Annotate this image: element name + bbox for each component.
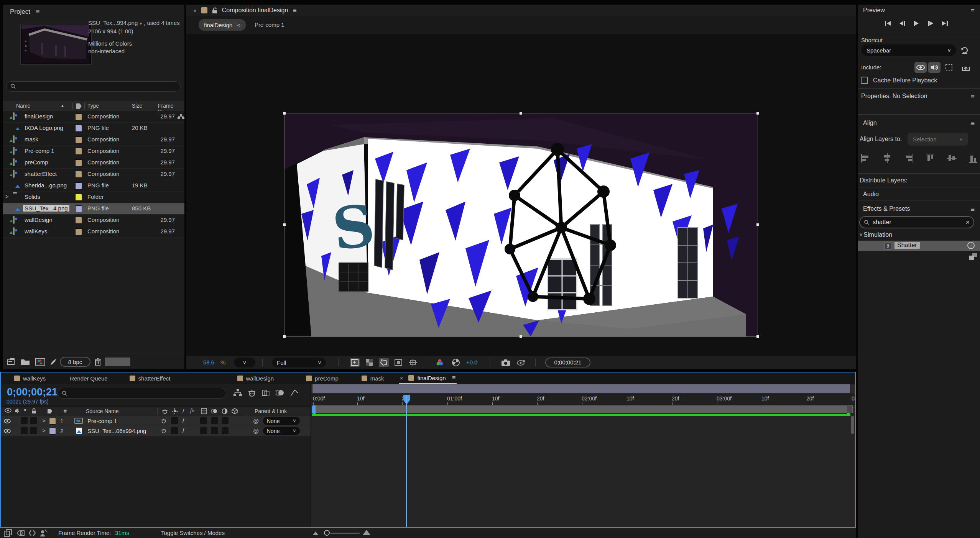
blend-toggle-icon[interactable] <box>17 529 25 537</box>
column-source-name[interactable]: Source Name <box>86 408 119 414</box>
interpret-footage-icon[interactable] <box>7 358 17 366</box>
close-tab-icon[interactable]: × <box>400 375 403 381</box>
effect-result-row[interactable]: 8 Shatter i <box>858 241 980 251</box>
label-color-swatch[interactable] <box>75 171 82 178</box>
viewer-tab-title[interactable]: Composition finalDesign <box>222 7 288 14</box>
label-color-swatch[interactable] <box>75 228 82 235</box>
layer-row[interactable]: > 2 SSU_Tex...06x994.png / <box>1 426 311 436</box>
project-item-row[interactable]: > preComp Composition 29.97 <box>3 157 184 169</box>
parent-link-dropdown[interactable]: None ˅ <box>263 427 300 435</box>
motion-blur-column-icon[interactable] <box>211 408 218 414</box>
toggle-switches-modes-button[interactable]: Toggle Switches / Modes <box>161 530 225 536</box>
work-area-bar[interactable] <box>312 405 850 413</box>
work-area-start-handle[interactable] <box>312 405 316 414</box>
timeline-tab[interactable]: × Render Queue ≡ <box>69 372 108 384</box>
label-color-swatch[interactable] <box>75 182 82 189</box>
timeline-tab[interactable]: × shatterEffect ≡ <box>129 372 171 384</box>
bit-depth-button[interactable]: 8 bpc <box>60 357 90 367</box>
include-video-eye-icon[interactable] <box>914 62 927 73</box>
project-item-row[interactable]: > Sherida...go.png PNG file 19 KB <box>3 180 184 192</box>
adjustment-cell[interactable] <box>222 427 229 434</box>
fast-preview-icon[interactable] <box>350 358 360 367</box>
lock-column-icon[interactable] <box>31 408 36 414</box>
timeline-tab[interactable]: × mask ≡ <box>361 372 385 384</box>
3d-layer-column-icon[interactable] <box>232 408 238 414</box>
zoom-out-icon[interactable] <box>313 531 318 535</box>
comp-marker-bin[interactable] <box>847 405 853 413</box>
layer-visibility-eye-icon[interactable] <box>4 419 11 423</box>
playhead-line[interactable] <box>406 395 407 527</box>
info-icon[interactable]: i <box>967 242 975 249</box>
video-eye-column-icon[interactable] <box>5 408 12 413</box>
collapse-transformations-icon[interactable] <box>172 408 178 414</box>
preview-menu-icon[interactable]: ≡ <box>970 7 975 15</box>
solo-column-icon[interactable]: ● <box>24 407 26 412</box>
stage-handle[interactable] <box>520 335 522 338</box>
viewer-menu-icon[interactable]: ≡ <box>293 7 296 15</box>
quality-toggle[interactable]: / <box>183 427 184 434</box>
viewer-timecode[interactable]: 0;00;00;21 <box>545 358 590 367</box>
composition-stack-icon[interactable] <box>4 529 12 537</box>
include-overlays-icon[interactable] <box>943 62 955 73</box>
effects-category-row[interactable]: ˅Simulation <box>859 231 892 238</box>
motion-blur-cell[interactable] <box>211 427 218 434</box>
project-item-row[interactable]: > wallDesign Composition 29.97 <box>3 215 184 226</box>
collapse-toggle-cell[interactable] <box>171 427 178 434</box>
align-vertical-center-icon[interactable] <box>947 153 957 163</box>
next-frame-button[interactable] <box>925 18 936 28</box>
stage-handle[interactable] <box>520 112 522 115</box>
pickwhip-icon[interactable]: @ <box>253 428 259 434</box>
column-size[interactable]: Size <box>132 103 142 109</box>
stage-handle[interactable] <box>756 112 759 115</box>
breadcrumb-current[interactable]: Pre-comp 1 <box>255 21 284 28</box>
frame-blend-icon[interactable] <box>261 389 270 397</box>
frame-blend-cell[interactable] <box>200 417 207 424</box>
play-button[interactable] <box>911 18 922 28</box>
column-name[interactable]: Name <box>16 103 30 109</box>
audio-toggle-cell[interactable] <box>21 427 28 434</box>
stage-handle[interactable] <box>283 223 286 226</box>
first-frame-button[interactable] <box>882 18 894 28</box>
new-composition-icon[interactable] <box>35 358 45 366</box>
unlock-icon[interactable] <box>212 7 217 14</box>
layer-expand-icon[interactable]: > <box>42 417 46 424</box>
project-item-row[interactable]: > IXDA Logo.png PNG file 20 KB <box>3 123 184 134</box>
snapshot-camera-icon[interactable] <box>501 358 511 367</box>
label-color-swatch[interactable] <box>75 148 82 155</box>
properties-menu-icon[interactable]: ≡ <box>970 93 975 101</box>
audio-panel-title[interactable]: Audio <box>863 191 879 198</box>
pickwhip-icon[interactable]: @ <box>253 418 259 424</box>
column-parent-link[interactable]: Parent & Link <box>255 408 287 414</box>
zoom-percent-value[interactable]: 58.6 <box>203 359 214 366</box>
effects-menu-icon[interactable]: ≡ <box>970 205 975 213</box>
shy-guy-icon[interactable] <box>39 529 48 537</box>
magnification-dropdown[interactable]: ˅ <box>234 358 255 367</box>
close-tab-icon[interactable]: × <box>193 7 197 14</box>
timeline-tab[interactable]: × finalDesign ≡ <box>399 372 457 384</box>
cache-checkbox[interactable] <box>861 77 868 84</box>
clear-search-icon[interactable]: × <box>965 218 970 226</box>
include-audio-speaker-icon[interactable] <box>928 62 941 73</box>
solo-toggle-cell[interactable] <box>30 427 37 434</box>
mask-visibility-icon[interactable] <box>379 358 389 367</box>
composition-stage[interactable]: S <box>284 113 758 336</box>
project-item-row[interactable]: > shatterEffect Composition 29.97 <box>3 169 184 180</box>
last-frame-button[interactable] <box>939 18 950 28</box>
shy-layers-icon[interactable] <box>248 389 256 397</box>
layer-row[interactable]: > 1 Pre-comp 1 / @ <box>1 416 311 426</box>
project-item-row[interactable]: > SSU_Tex...4.png PNG file 850 KB <box>3 203 184 215</box>
label-color-swatch[interactable] <box>75 125 82 132</box>
label-color-swatch[interactable] <box>75 113 82 120</box>
align-left-icon[interactable] <box>861 153 871 163</box>
delete-trash-icon[interactable] <box>94 358 101 366</box>
project-item-row[interactable]: > finalDesign Composition 29.97 <box>3 111 184 123</box>
audio-toggle-cell[interactable] <box>21 417 28 424</box>
label-tag-icon[interactable] <box>76 103 82 110</box>
adjustment-layer-column-icon[interactable] <box>222 408 228 414</box>
timeline-tab[interactable]: × wallDesign ≡ <box>237 372 275 384</box>
channel-rgb-icon[interactable] <box>435 358 445 367</box>
viewer-canvas[interactable]: S <box>186 34 856 356</box>
time-ruler[interactable]: 0:00f10f20f01:00f10f20f02:00f10f20f03:00… <box>311 394 855 405</box>
label-color-swatch[interactable] <box>75 205 82 212</box>
region-of-interest-icon[interactable] <box>393 358 403 367</box>
